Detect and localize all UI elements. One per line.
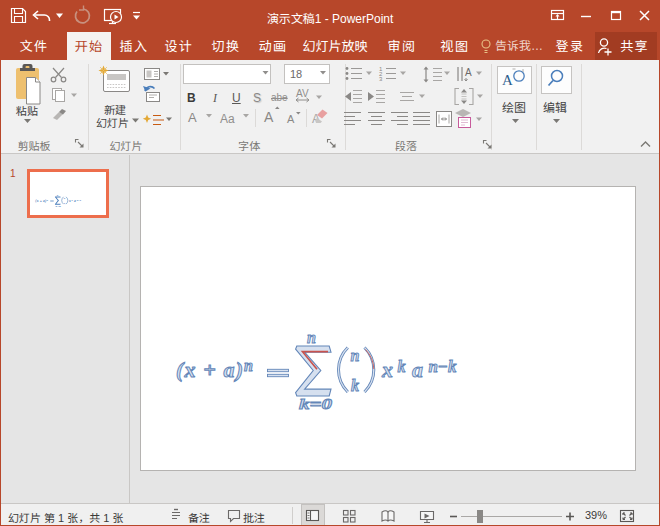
svg-text:(x + a): (x + a): [176, 357, 243, 382]
svg-text:k: k: [72, 199, 74, 202]
svg-text:k: k: [351, 377, 359, 394]
svg-text:n: n: [307, 329, 316, 346]
svg-text:k=0: k=0: [299, 396, 333, 412]
svg-text:n: n: [244, 357, 253, 374]
svg-text:a: a: [74, 199, 76, 203]
svg-text:n−k: n−k: [429, 358, 457, 375]
svg-text:x: x: [68, 199, 71, 203]
svg-text:n: n: [46, 199, 48, 202]
svg-text:a: a: [412, 357, 423, 382]
svg-text:k=0: k=0: [55, 205, 62, 208]
svg-text:3: 3: [379, 76, 383, 82]
svg-text:(x + a): (x + a): [35, 199, 46, 203]
svg-text:n: n: [351, 347, 360, 364]
svg-text:n: n: [64, 197, 66, 200]
svg-text:k: k: [64, 202, 66, 205]
svg-text:A: A: [465, 67, 472, 78]
svg-text:A: A: [502, 72, 513, 88]
svg-text:x: x: [381, 357, 393, 382]
svg-text:k: k: [398, 358, 406, 375]
svg-text:n−k: n−k: [77, 199, 82, 202]
